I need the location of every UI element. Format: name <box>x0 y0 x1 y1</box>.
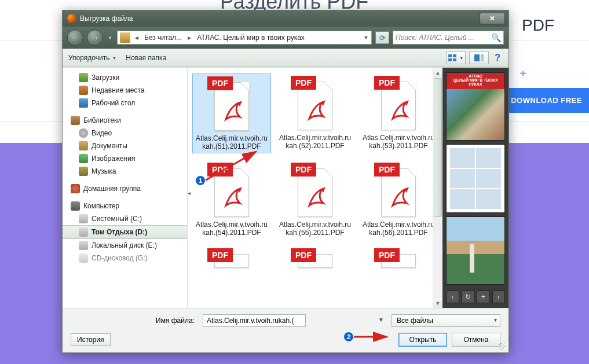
sidebar-label: Видео <box>92 129 112 137</box>
close-button[interactable]: ✕ <box>480 13 505 24</box>
sidebar-item-documents[interactable]: Документы <box>63 139 187 152</box>
cd-drive-icon <box>79 253 88 263</box>
toolbar: Упорядочить ▼ Новая папка ▼ ? <box>63 49 508 67</box>
refresh-icon: ⟳ <box>379 34 386 42</box>
sidebar-item-music[interactable]: Музыка <box>63 165 187 178</box>
libraries-icon <box>71 116 80 125</box>
pdf-tag: PDF <box>374 76 400 90</box>
sidebar-label: Библиотеки <box>83 116 121 124</box>
computer-icon <box>71 201 80 211</box>
thumbnails-icon <box>448 54 458 61</box>
preview-page-cover[interactable]: АТЛАСЦЕЛЫЙ МИР В ТВОИХ РУКАХ <box>446 72 505 141</box>
sidebar-label: Том Отдыха (D:) <box>92 228 147 236</box>
recent-icon <box>79 86 88 95</box>
pdf-thumbnail: PDF <box>204 76 259 132</box>
sidebar-label: Изображения <box>92 155 135 163</box>
file-item[interactable]: PDF Atlas.Celij.mir.v.tvoih.rukah.(52).2… <box>276 73 354 153</box>
preview-prev-button[interactable]: ‹ <box>446 291 459 303</box>
sidebar[interactable]: Загрузки Недавние места Рабочий стол Биб… <box>63 68 188 308</box>
file-item[interactable]: PDF <box>359 246 438 273</box>
file-item[interactable]: PDF Atlas.Celij.mir.v.tvoih.rukah.(55).2… <box>276 160 354 239</box>
drive-icon <box>79 241 88 250</box>
breadcrumb[interactable]: ◂ Без читал... ▸ АТЛАС. Целый мир в твои… <box>117 31 372 45</box>
file-item[interactable]: PDF Atlas.Celij.mir.v.tvoih.rukah.(56).2… <box>359 160 438 239</box>
arrow-left-icon: ← <box>71 33 79 42</box>
pdf-thumbnail: PDF <box>371 163 426 218</box>
annotation-arrow-2 <box>352 331 398 343</box>
refresh-button[interactable]: ⟳ <box>375 31 389 44</box>
file-name: Atlas.Celij.mir.v.tvoih.rukah.(53).2011.… <box>361 134 436 150</box>
view-mode-button[interactable]: ▼ <box>446 52 466 64</box>
filename-input[interactable] <box>203 314 306 327</box>
forward-button[interactable]: → <box>87 30 103 46</box>
sidebar-item-drive-cd[interactable]: CD-дисковод (G:) <box>63 252 187 264</box>
svg-rect-0 <box>448 54 452 57</box>
chevron-left-icon: ‹ <box>451 293 453 301</box>
scroll-thumb[interactable] <box>434 78 442 217</box>
sidebar-item-drive-d[interactable]: Том Отдыха (D:) <box>63 225 187 239</box>
file-item[interactable]: PDF Atlas.Celij.mir.v.tvoih.rukah.(51).2… <box>192 73 271 153</box>
download-free-button[interactable]: DOWNLOAD FREE <box>500 88 589 113</box>
sidebar-label: Документы <box>92 142 127 150</box>
organize-button[interactable]: Упорядочить ▼ <box>68 54 116 62</box>
file-item[interactable]: PDF <box>192 246 271 273</box>
sidebar-label: Загрузки <box>92 73 119 82</box>
preview-page[interactable] <box>446 216 505 285</box>
open-button[interactable]: Открыть <box>398 333 447 347</box>
scroll-up-arrow[interactable]: ▲ <box>433 68 442 78</box>
history-button[interactable]: История <box>71 333 111 346</box>
preview-zoom-button[interactable]: + <box>477 291 490 303</box>
pdf-tag: PDF <box>291 163 316 177</box>
adobe-icon <box>389 186 412 209</box>
search-box[interactable]: 🔍 <box>393 31 504 45</box>
cancel-button[interactable]: Отмена <box>452 333 500 347</box>
navbar: ← → ▼ ◂ Без читал... ▸ АТЛАС. Целый мир … <box>63 27 508 49</box>
filename-dropdown[interactable]: ▼ <box>378 317 384 323</box>
sidebar-item-drive-e[interactable]: Локальный диск (E:) <box>63 239 187 252</box>
new-folder-button[interactable]: Новая папка <box>126 54 166 62</box>
file-item[interactable]: PDF <box>276 246 354 273</box>
search-input[interactable] <box>396 34 489 42</box>
preview-icon <box>474 54 484 61</box>
pdf-tag: PDF <box>291 248 316 262</box>
preview-pane-button[interactable] <box>469 52 489 64</box>
breadcrumb-segment[interactable]: АТЛАС. Целый мир в твоих руках <box>195 34 307 42</box>
sidebar-item-downloads[interactable]: Загрузки <box>63 71 187 84</box>
drive-icon <box>79 227 88 237</box>
sidebar-group-computer[interactable]: Компьютер <box>63 200 187 212</box>
svg-rect-3 <box>453 58 456 61</box>
preview-page[interactable] <box>446 144 505 212</box>
music-icon <box>79 167 88 176</box>
help-button[interactable]: ? <box>492 53 503 63</box>
history-dropdown[interactable]: ▼ <box>107 35 114 41</box>
adobe-icon <box>306 99 329 122</box>
sidebar-item-drive-c[interactable]: Системный (C:) <box>63 212 187 225</box>
sidebar-item-desktop[interactable]: Рабочий стол <box>63 97 187 109</box>
add-file-plus[interactable]: + <box>520 67 526 80</box>
search-icon[interactable]: 🔍 <box>491 33 501 42</box>
arrow-right-icon: → <box>91 33 99 42</box>
close-icon: ✕ <box>489 14 495 23</box>
preview-rotate-button[interactable]: ↻ <box>462 291 475 303</box>
preview-next-button[interactable]: › <box>492 291 506 303</box>
desktop-icon <box>79 98 88 108</box>
sidebar-splitter[interactable]: ◂ <box>187 178 191 207</box>
back-button[interactable]: ← <box>67 30 83 46</box>
scroll-down-arrow[interactable]: ▼ <box>433 298 442 308</box>
annotation-badge-1: 1 <box>195 175 206 186</box>
pdf-thumbnail: PDF <box>287 163 343 218</box>
file-item[interactable]: PDF Atlas.Celij.mir.v.tvoih.rukah.(53).2… <box>359 73 438 153</box>
breadcrumb-dropdown[interactable]: ▼ <box>362 35 370 41</box>
annotation-badge-2: 2 <box>343 332 354 342</box>
sidebar-item-video[interactable]: Видео <box>63 127 187 139</box>
filename-label: Имя файла: <box>71 317 198 325</box>
file-type-combo[interactable]: Все файлы <box>392 314 500 327</box>
vertical-scrollbar[interactable]: ▲ ▼ <box>433 68 442 308</box>
sidebar-group-homegroup[interactable]: Домашняя группа <box>63 182 187 195</box>
sidebar-item-images[interactable]: Изображения <box>63 152 187 165</box>
sidebar-item-recent[interactable]: Недавние места <box>63 84 187 97</box>
breadcrumb-segment[interactable]: Без читал... <box>142 34 184 42</box>
resize-grip[interactable] <box>499 343 506 350</box>
sidebar-label: Компьютер <box>83 202 119 210</box>
sidebar-group-libraries[interactable]: Библиотеки <box>63 114 187 127</box>
